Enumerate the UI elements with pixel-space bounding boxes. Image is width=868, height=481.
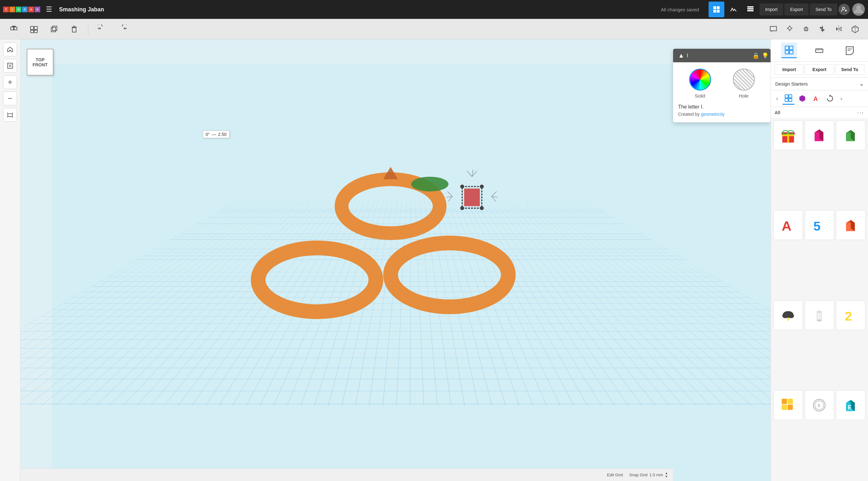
- logo-d: D: [35, 7, 40, 12]
- fit-view-btn[interactable]: [3, 59, 17, 73]
- sidebar-export-btn[interactable]: Export: [805, 64, 834, 75]
- project-name[interactable]: Smashing Jaban: [59, 6, 104, 13]
- popup-description: The letter I.: [673, 101, 771, 111]
- svg-rect-2: [713, 10, 716, 12]
- shape-coin[interactable]: $: [805, 390, 834, 420]
- ungroup-button[interactable]: [26, 21, 41, 36]
- home-view-btn[interactable]: [3, 42, 17, 56]
- menu-icon[interactable]: ☰: [46, 5, 52, 13]
- group-button[interactable]: [6, 21, 21, 36]
- svg-rect-15: [34, 26, 37, 30]
- cat-hex-btn[interactable]: [796, 92, 809, 105]
- mirror-view-btn[interactable]: [832, 22, 845, 35]
- sidebar-note-icon[interactable]: [842, 42, 858, 58]
- shape-yellow-2[interactable]: 2: [836, 300, 866, 330]
- export-button[interactable]: Export: [784, 3, 808, 16]
- sidebar-ruler-icon[interactable]: [811, 42, 827, 58]
- zoom-in-btn[interactable]: [3, 75, 17, 89]
- canvas-area[interactable]: TOP FRONT: [21, 39, 771, 481]
- avatar[interactable]: [852, 3, 865, 16]
- shape-orange-shape[interactable]: [836, 210, 866, 240]
- shape-name-input[interactable]: [687, 53, 750, 59]
- categories-prev-btn[interactable]: ‹: [773, 95, 781, 102]
- shape-teal-letter[interactable]: E: [836, 390, 866, 420]
- hole-ball[interactable]: [733, 68, 755, 91]
- view-blocks-btn[interactable]: [743, 2, 758, 17]
- categories-next-btn[interactable]: ›: [837, 95, 845, 102]
- redo-button[interactable]: [115, 21, 130, 36]
- svg-point-106: [817, 320, 822, 322]
- creator-link[interactable]: geometricity: [701, 112, 724, 117]
- shape-red-a[interactable]: A: [773, 210, 803, 240]
- shape-blue-5[interactable]: 5: [805, 210, 834, 240]
- snap-grid-item: Snap Grid 1.0 mm ▲ ▼: [629, 472, 668, 478]
- view-cube-face[interactable]: TOP FRONT: [27, 49, 54, 76]
- view-grid-btn[interactable]: [709, 2, 724, 17]
- cat-grid-btn[interactable]: [782, 92, 795, 105]
- perspective-btn[interactable]: [3, 108, 17, 122]
- send-to-button[interactable]: Send To: [810, 3, 837, 16]
- svg-rect-108: [781, 404, 787, 410]
- edit-grid-label[interactable]: Edit Grid: [607, 473, 623, 477]
- shape-view-btn[interactable]: [800, 22, 813, 35]
- svg-rect-32: [820, 27, 823, 29]
- shape-cloud[interactable]: [773, 300, 803, 330]
- light-view-btn[interactable]: [783, 22, 796, 35]
- undo-button[interactable]: [95, 21, 110, 36]
- shape-yellow-blocks[interactable]: [773, 390, 803, 420]
- svg-rect-67: [785, 50, 789, 54]
- view3d-btn[interactable]: [848, 22, 862, 35]
- svg-rect-79: [789, 98, 792, 101]
- solid-ball[interactable]: [689, 68, 711, 91]
- design-starters-dropdown[interactable]: Design Starters ⌄: [771, 78, 868, 90]
- svg-rect-16: [31, 30, 34, 33]
- svg-rect-111: [787, 398, 793, 404]
- tinkercad-logo: T I N C A D: [3, 7, 40, 12]
- svg-rect-14: [31, 26, 34, 30]
- view-cube[interactable]: TOP FRONT: [27, 49, 55, 77]
- sidebar-import-btn[interactable]: Import: [775, 64, 804, 75]
- svg-marker-103: [787, 318, 789, 322]
- sidebar-sendto-btn[interactable]: Send To: [835, 64, 864, 75]
- duplicate-button[interactable]: [46, 21, 62, 36]
- cat-anim-btn[interactable]: [824, 92, 836, 105]
- popup-up-arrow[interactable]: ▲: [678, 52, 684, 59]
- svg-rect-69: [816, 49, 823, 52]
- import-button[interactable]: Import: [760, 3, 783, 16]
- svg-rect-33: [821, 29, 824, 31]
- left-panel: [0, 39, 21, 481]
- zoom-out-btn[interactable]: [3, 92, 17, 106]
- logo-t: T: [3, 7, 9, 12]
- svg-text:A: A: [781, 218, 791, 234]
- snap-down-arrow[interactable]: ▼: [665, 475, 668, 478]
- add-user-button[interactable]: [838, 4, 850, 15]
- solid-option[interactable]: Solid: [689, 68, 711, 98]
- dimension-angle: 0°: [206, 132, 210, 137]
- snap-grid-spinner[interactable]: ▲ ▼: [665, 472, 668, 478]
- shape-gift[interactable]: [773, 120, 803, 150]
- shape-pink-cube[interactable]: [805, 120, 834, 150]
- statusbar: Edit Grid Snap Grid 1.0 mm ▲ ▼: [21, 469, 673, 481]
- hole-option[interactable]: Hole: [733, 68, 755, 98]
- svg-rect-68: [789, 50, 793, 54]
- svg-rect-0: [713, 6, 716, 9]
- sidebar-actions: Import Export Send To: [771, 62, 868, 78]
- edit-grid-item[interactable]: Edit Grid: [607, 473, 623, 477]
- filter-more-btn[interactable]: ···: [857, 109, 864, 116]
- align-view-btn[interactable]: [816, 22, 829, 35]
- comment-view-btn[interactable]: [767, 22, 780, 35]
- popup-creator: Created by geometricity: [673, 111, 771, 117]
- shape-green-box[interactable]: [836, 120, 866, 150]
- sidebar-grid-icon[interactable]: [781, 42, 797, 58]
- view-build-btn[interactable]: [725, 2, 741, 17]
- svg-rect-76: [785, 95, 788, 98]
- cat-letter-btn[interactable]: A: [810, 92, 823, 105]
- shape-cylinder[interactable]: [805, 300, 834, 330]
- shapes-grid: A 5: [771, 118, 868, 481]
- shape-lock-btn[interactable]: 🔒: [752, 52, 759, 59]
- shape-light-btn[interactable]: 💡: [762, 52, 769, 59]
- hole-label: Hole: [739, 93, 748, 98]
- snap-up-arrow[interactable]: ▲: [665, 472, 668, 475]
- delete-button[interactable]: [67, 21, 82, 36]
- svg-text:5: 5: [814, 219, 821, 234]
